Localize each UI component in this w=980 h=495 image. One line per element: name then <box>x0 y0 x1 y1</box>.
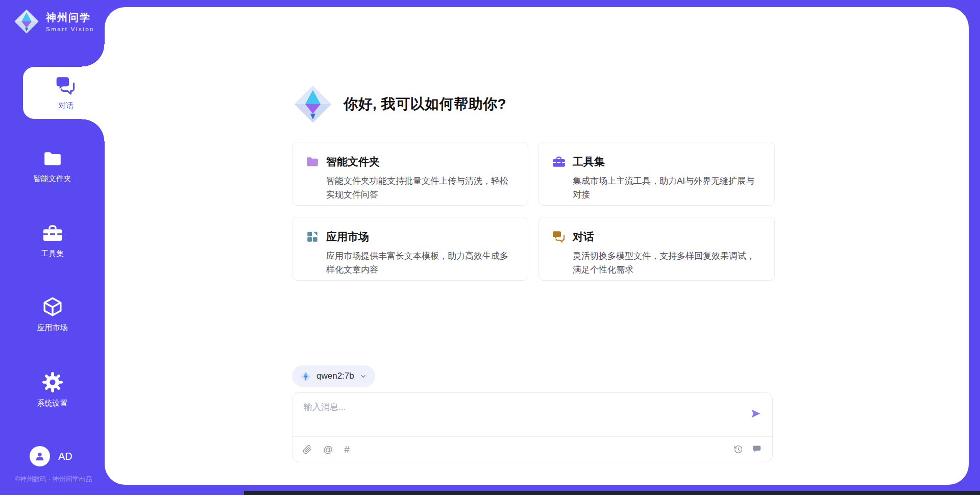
gear-icon <box>42 372 63 393</box>
briefcase-icon <box>42 223 63 243</box>
sidebar-item-label: 工具集 <box>41 249 64 259</box>
sidebar-item-label: 应用市场 <box>37 323 68 333</box>
briefcase-icon <box>552 155 566 168</box>
card-title: 智能文件夹 <box>326 155 380 169</box>
greeting-text: 你好, 我可以如何帮助你? <box>344 94 506 114</box>
folder-icon <box>43 149 62 168</box>
user-account[interactable]: AD <box>30 446 72 466</box>
comment-icon[interactable] <box>752 444 762 454</box>
sidebar-item-label: 智能文件夹 <box>33 174 71 184</box>
model-diamond-icon <box>300 370 311 382</box>
avatar <box>30 446 50 466</box>
sidebar-item-label: 系统设置 <box>37 399 68 408</box>
card-description: 集成市场上主流工具，助力AI与外界无缝扩展与对接 <box>573 174 763 202</box>
card-title: 对话 <box>573 230 594 244</box>
feature-cards: 智能文件夹 智能文件夹功能支持批量文件上传与清洗，轻松实现文件问答 工具集 集成… <box>292 142 775 281</box>
sidebar-item-toolset[interactable]: 工具集 <box>0 223 105 259</box>
bottom-dark-strip <box>244 491 980 495</box>
sidebar-item-label: 对话 <box>58 101 74 111</box>
grid-icon <box>306 230 319 243</box>
composer-toolbar: @ # <box>292 436 772 462</box>
brand-diamond-icon <box>13 8 40 35</box>
card-app-market[interactable]: 应用市场 应用市场提供丰富长文本模板，助力高效生成多样化文章内容 <box>292 217 528 281</box>
card-description: 灵活切换多模型文件，支持多样回复效果调试，满足个性化需求 <box>573 249 763 277</box>
sidebar-item-app-market[interactable]: 应用市场 <box>0 296 105 333</box>
model-name: qwen2:7b <box>316 371 354 381</box>
card-toolset[interactable]: 工具集 集成市场上主流工具，助力AI与外界无缝扩展与对接 <box>538 142 775 206</box>
hash-icon[interactable]: # <box>344 444 350 454</box>
greeting-diamond-icon <box>292 84 333 125</box>
history-icon[interactable] <box>733 444 743 454</box>
message-input[interactable] <box>304 401 743 431</box>
sidebar-item-chat[interactable]: 对话 <box>23 67 109 119</box>
at-icon[interactable]: @ <box>323 444 333 454</box>
chevron-down-icon <box>359 373 367 380</box>
message-composer: @ # <box>292 392 773 462</box>
chat-bubbles-icon <box>56 76 76 96</box>
brand-subtitle: Smart Vision <box>46 26 94 32</box>
brand-name: 神州问学 <box>46 11 94 24</box>
card-description: 智能文件夹功能支持批量文件上传与清洗，轻松实现文件问答 <box>326 174 517 202</box>
card-description: 应用市场提供丰富长文本模板，助力高效生成多样化文章内容 <box>326 249 517 277</box>
send-icon[interactable] <box>749 407 762 420</box>
card-chat[interactable]: 对话 灵活切换多模型文件，支持多样回复效果调试，满足个性化需求 <box>538 217 775 281</box>
paperclip-icon[interactable] <box>303 445 312 454</box>
cube-icon <box>42 296 63 317</box>
sidebar-item-smart-folder[interactable]: 智能文件夹 <box>0 149 105 184</box>
card-title: 工具集 <box>573 155 605 169</box>
sidebar-item-settings[interactable]: 系统设置 <box>0 372 105 408</box>
card-title: 应用市场 <box>326 230 369 244</box>
card-smart-folder[interactable]: 智能文件夹 智能文件夹功能支持批量文件上传与清洗，轻松实现文件问答 <box>292 142 528 206</box>
model-selector[interactable]: qwen2:7b <box>292 365 375 387</box>
brand-logo: 神州问学 Smart Vision <box>13 8 94 35</box>
folder-icon <box>306 155 319 168</box>
person-icon <box>34 450 46 462</box>
chat-bubbles-icon <box>552 230 566 243</box>
sidebar-footer: ©神州数码 · 神州问学出品 <box>0 475 107 484</box>
user-name: AD <box>58 451 72 462</box>
greeting-block: 你好, 我可以如何帮助你? <box>292 84 506 125</box>
main-panel: 你好, 我可以如何帮助你? 智能文件夹 智能文件夹功能支持批量文件上传与清洗，轻… <box>105 7 969 485</box>
